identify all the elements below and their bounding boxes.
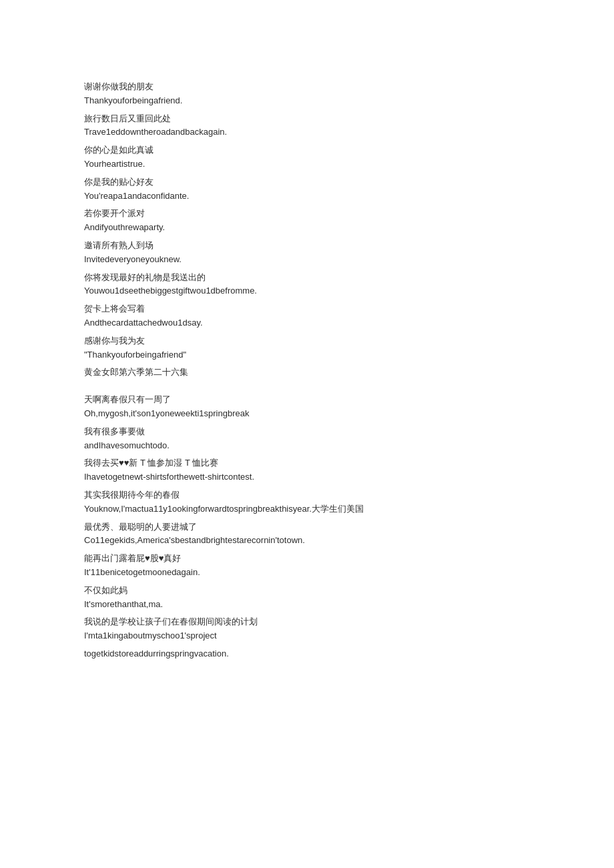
s2-english-line-5: Co11egekids,America'sbestandbrightestare…: [84, 534, 530, 548]
chinese-line-3: 你的心是如此真诚: [84, 143, 530, 157]
english-line-9: "Thankyouforbeingafriend": [84, 348, 530, 362]
line-group-6: 邀请所有熟人到场 Invitedeveryoneyouknew.: [84, 239, 530, 267]
chinese-line-10: 黄金女郎第六季第二十六集: [84, 366, 530, 380]
main-content: 谢谢你做我的朋友 Thankyouforbeingafriend. 旅行数日后又…: [0, 0, 614, 719]
s2-english-line-2: andIhavesomuchtodo.: [84, 439, 530, 453]
s2-line-group-1: 天啊离春假只有一周了 Oh,mygosh,it'son1yoneweekti1s…: [84, 393, 530, 421]
chinese-line-6: 邀请所有熟人到场: [84, 239, 530, 253]
s2-line-group-3: 我得去买♥♥新 T 恤参加湿 T 恤比赛 Ihavetogetnewt-shir…: [84, 456, 530, 484]
s2-line-group-5: 最优秀、最聪明的人要进城了 Co11egekids,America'sbesta…: [84, 520, 530, 548]
section-1: 谢谢你做我的朋友 Thankyouforbeingafriend. 旅行数日后又…: [84, 80, 530, 380]
s2-english-line-1: Oh,mygosh,it'son1yoneweekti1springbreak: [84, 407, 530, 421]
s2-chinese-line-2: 我有很多事要做: [84, 425, 530, 439]
chinese-line-7: 你将发现最好的礼物是我送出的: [84, 271, 530, 285]
s2-english-line-6: It'11benicetogetmoonedagain.: [84, 566, 530, 580]
line-group-5: 若你要开个派对 Andifyouthrewaparty.: [84, 207, 530, 235]
line-group-4: 你是我的贴心好友 You'reapa1andaconfidante.: [84, 175, 530, 203]
s2-chinese-line-4: 其实我很期待今年的春假: [84, 488, 530, 502]
s2-line-group-4: 其实我很期待今年的春假 Youknow,I'mactua11y1ookingfo…: [84, 488, 530, 516]
s2-english-line-3: Ihavetogetnewt-shirtsforthewett-shirtcon…: [84, 470, 530, 484]
s2-english-line-9: togetkidstoreaddurringspringvacation.: [84, 647, 530, 661]
s2-chinese-line-3: 我得去买♥♥新 T 恤参加湿 T 恤比赛: [84, 456, 530, 470]
chinese-line-5: 若你要开个派对: [84, 207, 530, 221]
chinese-line-2: 旅行数日后又重回此处: [84, 112, 530, 126]
s2-line-group-8: 我说的是学校让孩子们在春假期间阅读的计划 I'mta1kingaboutmysc…: [84, 615, 530, 661]
s2-chinese-line-1: 天啊离春假只有一周了: [84, 393, 530, 407]
s2-chinese-line-5: 最优秀、最聪明的人要进城了: [84, 520, 530, 534]
s2-english-line-4: Youknow,I'mactua11y1ookingforwardtosprin…: [84, 502, 530, 516]
chinese-line-1: 谢谢你做我的朋友: [84, 80, 530, 94]
english-line-5: Andifyouthrewaparty.: [84, 221, 530, 235]
english-line-3: Yourheartistrue.: [84, 157, 530, 171]
english-line-2: Trave1eddowntheroadandbackagain.: [84, 125, 530, 139]
english-line-6: Invitedeveryoneyouknew.: [84, 253, 530, 267]
chinese-line-8: 贺卡上将会写着: [84, 302, 530, 316]
english-line-4: You'reapa1andaconfidante.: [84, 189, 530, 203]
english-line-8: Andthecardattachedwou1dsay.: [84, 316, 530, 330]
s2-english-line-7: It'smorethanthat,ma.: [84, 598, 530, 612]
s2-chinese-line-7: 不仅如此妈: [84, 584, 530, 598]
line-group-3: 你的心是如此真诚 Yourheartistrue.: [84, 143, 530, 171]
line-group-10: 黄金女郎第六季第二十六集: [84, 366, 530, 380]
line-group-2: 旅行数日后又重回此处 Trave1eddowntheroadandbackaga…: [84, 112, 530, 140]
line-group-7: 你将发现最好的礼物是我送出的 Youwou1dseethebiggestgift…: [84, 271, 530, 299]
line-group-9: 感谢你与我为友 "Thankyouforbeingafriend": [84, 334, 530, 362]
s2-chinese-line-8: 我说的是学校让孩子们在春假期间阅读的计划: [84, 615, 530, 629]
english-line-1: Thankyouforbeingafriend.: [84, 94, 530, 108]
line-group-8: 贺卡上将会写着 Andthecardattachedwou1dsay.: [84, 302, 530, 330]
line-group-1: 谢谢你做我的朋友 Thankyouforbeingafriend.: [84, 80, 530, 108]
s2-english-line-8: I'mta1kingaboutmyschoo1'sproject: [84, 629, 530, 643]
chinese-line-4: 你是我的贴心好友: [84, 175, 530, 189]
s2-line-group-6: 能再出门露着屁♥股♥真好 It'11benicetogetmoonedagain…: [84, 552, 530, 580]
chinese-line-9: 感谢你与我为友: [84, 334, 530, 348]
section-2: 天啊离春假只有一周了 Oh,mygosh,it'son1yoneweekti1s…: [84, 393, 530, 661]
s2-line-group-7: 不仅如此妈 It'smorethanthat,ma.: [84, 584, 530, 612]
section-divider: [84, 381, 530, 393]
s2-line-group-2: 我有很多事要做 andIhavesomuchtodo.: [84, 425, 530, 453]
s2-chinese-line-6: 能再出门露着屁♥股♥真好: [84, 552, 530, 566]
english-line-7: Youwou1dseethebiggestgiftwou1dbefromme.: [84, 284, 530, 298]
